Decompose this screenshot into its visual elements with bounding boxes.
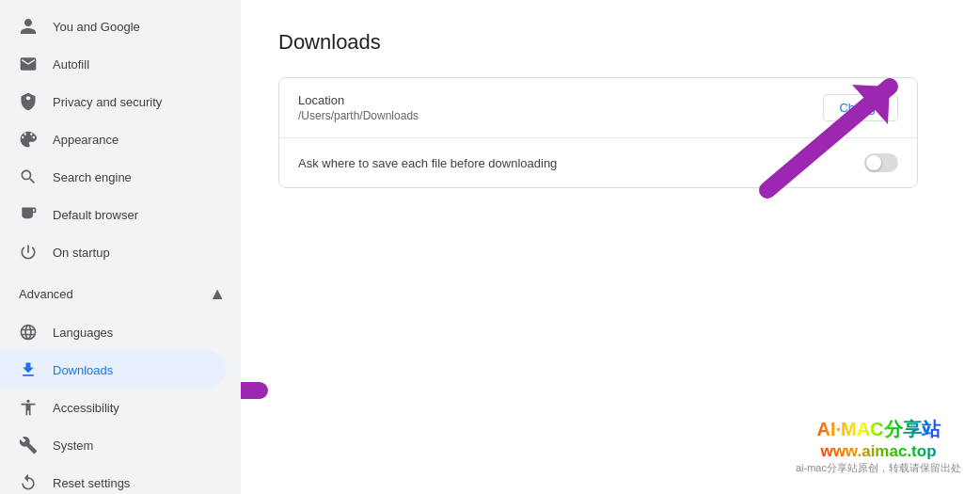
sidebar-item-appearance[interactable]: Appearance — [0, 120, 226, 158]
sidebar-item-autofill-label: Autofill — [53, 57, 89, 72]
sidebar-item-privacy-security[interactable]: Privacy and security — [0, 83, 226, 120]
watermark-note: ai-mac分享站原创，转载请保留出处 — [796, 462, 961, 473]
watermark-brand: AI·MAC分享站 — [816, 419, 940, 439]
advanced-section[interactable]: Advanced ▲ — [0, 275, 241, 313]
main-content: Downloads Location /Users/parth/Download… — [241, 0, 980, 494]
watermark: AI·MAC分享站 www.aimac.top ai-mac分享站原创，转载请保… — [796, 417, 961, 475]
reset-icon — [19, 473, 38, 492]
location-value: /Users/parth/Downloads — [298, 109, 419, 122]
sidebar-item-downloads[interactable]: Downloads — [0, 351, 226, 389]
sidebar-item-reset-settings-label: Reset settings — [53, 476, 130, 490]
page-title: Downloads — [278, 30, 942, 55]
sidebar-item-system[interactable]: System — [0, 426, 226, 464]
appearance-icon — [19, 130, 38, 149]
person-icon — [19, 17, 38, 36]
sidebar-item-you-and-google[interactable]: You and Google — [0, 8, 226, 45]
browser-icon — [19, 205, 38, 224]
search-icon — [19, 167, 38, 186]
sidebar-item-system-label: System — [53, 438, 93, 453]
watermark-url: www.aimac.top — [820, 442, 936, 460]
sidebar-item-appearance-label: Appearance — [53, 133, 119, 147]
sidebar-item-languages[interactable]: Languages — [0, 313, 226, 351]
sidebar-item-default-browser[interactable]: Default browser — [0, 196, 226, 233]
card-container: Location /Users/parth/Downloads Change A… — [278, 77, 918, 188]
ask-label: Ask where to save each file before downl… — [298, 156, 557, 170]
sidebar-item-privacy-label: Privacy and security — [53, 95, 162, 109]
sidebar-item-default-browser-label: Default browser — [53, 208, 138, 222]
startup-icon — [19, 243, 38, 262]
system-icon — [19, 436, 38, 454]
ask-row: Ask where to save each file before downl… — [279, 138, 917, 187]
location-row: Location /Users/parth/Downloads Change — [279, 78, 917, 138]
ask-toggle[interactable] — [864, 153, 898, 172]
privacy-icon — [19, 92, 38, 111]
location-info: Location /Users/parth/Downloads — [298, 93, 419, 122]
sidebar-item-on-startup[interactable]: On startup — [0, 233, 226, 271]
location-label: Location — [298, 93, 419, 107]
sidebar-item-languages-label: Languages — [53, 326, 113, 340]
sidebar-item-downloads-label: Downloads — [53, 363, 113, 377]
autofill-icon — [19, 55, 38, 73]
sidebar-item-search-engine-label: Search engine — [53, 170, 132, 184]
arrow-annotation-downloads — [241, 367, 269, 414]
downloads-icon — [19, 360, 38, 379]
advanced-section-label: Advanced — [19, 287, 209, 301]
sidebar-item-accessibility-label: Accessibility — [53, 401, 119, 415]
sidebar: You and Google Autofill Privacy and secu… — [0, 0, 241, 494]
change-button[interactable]: Change — [823, 94, 898, 121]
languages-icon — [19, 323, 38, 342]
sidebar-item-on-startup-label: On startup — [53, 246, 110, 260]
accessibility-icon — [19, 398, 38, 417]
sidebar-item-reset-settings[interactable]: Reset settings — [0, 464, 226, 494]
sidebar-item-autofill[interactable]: Autofill — [0, 45, 226, 83]
downloads-card: Location /Users/parth/Downloads Change A… — [278, 77, 918, 188]
advanced-chevron-icon: ▲ — [209, 284, 226, 304]
sidebar-item-accessibility[interactable]: Accessibility — [0, 389, 226, 426]
sidebar-item-search-engine[interactable]: Search engine — [0, 158, 226, 196]
sidebar-item-you-and-google-label: You and Google — [53, 20, 140, 34]
